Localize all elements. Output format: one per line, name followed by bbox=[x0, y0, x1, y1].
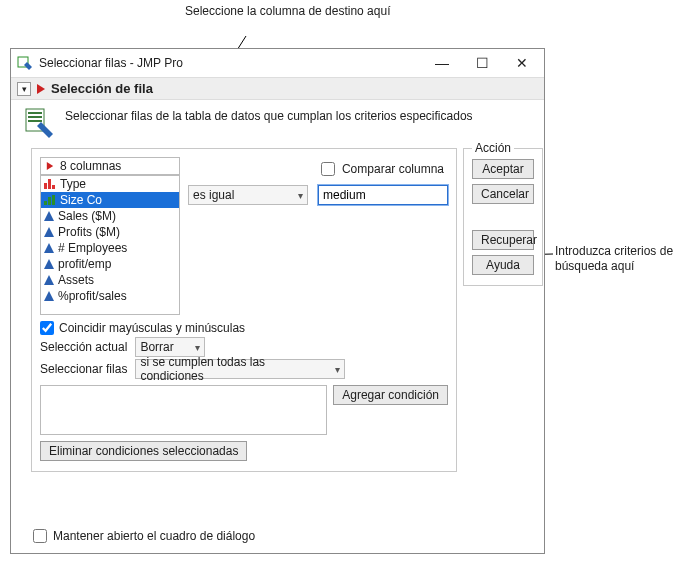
description-text: Seleccionar filas de la tabla de datos q… bbox=[65, 108, 473, 138]
list-item[interactable]: Assets bbox=[41, 272, 179, 288]
app-icon bbox=[17, 55, 33, 71]
criteria-value-input[interactable] bbox=[318, 185, 448, 205]
continuous-icon bbox=[44, 259, 54, 269]
accept-button[interactable]: Aceptar bbox=[472, 159, 534, 179]
list-item[interactable]: # Employees bbox=[41, 240, 179, 256]
operator-select[interactable]: es igual bbox=[188, 185, 308, 205]
select-rows-label: Seleccionar filas bbox=[40, 362, 127, 376]
dialog-window: Seleccionar filas - JMP Pro — ☐ ✕ ▾ Sele… bbox=[10, 48, 545, 554]
keep-open-label: Mantener abierto el cuadro de diálogo bbox=[53, 529, 255, 543]
remove-conditions-button[interactable]: Eliminar condiciones seleccionadas bbox=[40, 441, 247, 461]
continuous-icon bbox=[44, 291, 54, 301]
operator-value: es igual bbox=[193, 188, 234, 202]
list-item[interactable]: %profit/sales bbox=[41, 288, 179, 304]
window-title: Seleccionar filas - JMP Pro bbox=[39, 56, 422, 70]
keep-open-checkbox[interactable] bbox=[33, 529, 47, 543]
list-item-label: Profits ($M) bbox=[58, 225, 120, 239]
section-title: Selección de fila bbox=[51, 81, 153, 96]
compare-column-label: Comparar columna bbox=[342, 162, 444, 176]
list-item-label: Sales ($M) bbox=[58, 209, 116, 223]
current-selection-select[interactable]: Borrar bbox=[135, 337, 205, 357]
select-rows-condition-select[interactable]: si se cumplen todas las condiciones bbox=[135, 359, 345, 379]
svg-rect-4 bbox=[28, 112, 42, 114]
continuous-icon bbox=[44, 211, 54, 221]
list-item[interactable]: Type bbox=[41, 176, 179, 192]
maximize-button[interactable]: ☐ bbox=[462, 50, 502, 76]
cancel-button[interactable]: Cancelar bbox=[472, 184, 534, 204]
description-row: Seleccionar filas de la tabla de datos q… bbox=[11, 100, 544, 142]
list-item-label: %profit/sales bbox=[58, 289, 127, 303]
ordinal-icon bbox=[44, 195, 56, 205]
recover-button[interactable]: Recuperar bbox=[472, 230, 534, 250]
red-triangle-icon bbox=[47, 162, 53, 170]
column-list[interactable]: Type Size Co Sales ($M) bbox=[40, 175, 180, 315]
list-item[interactable]: Size Co bbox=[41, 192, 179, 208]
select-rows-icon bbox=[25, 108, 55, 138]
conditions-list[interactable] bbox=[40, 385, 327, 435]
continuous-icon bbox=[44, 227, 54, 237]
continuous-icon bbox=[44, 275, 54, 285]
red-triangle-icon[interactable] bbox=[37, 84, 45, 94]
list-item-label: # Employees bbox=[58, 241, 127, 255]
add-condition-button[interactable]: Agregar condición bbox=[333, 385, 448, 405]
section-header: ▾ Selección de fila bbox=[11, 77, 544, 100]
nominal-icon bbox=[44, 179, 56, 189]
list-item[interactable]: profit/emp bbox=[41, 256, 179, 272]
list-item-label: Assets bbox=[58, 273, 94, 287]
match-case-label: Coincidir mayúsculas y minúsculas bbox=[59, 321, 245, 335]
list-item-label: profit/emp bbox=[58, 257, 111, 271]
svg-rect-5 bbox=[28, 116, 42, 118]
match-case-checkbox[interactable] bbox=[40, 321, 54, 335]
minimize-button[interactable]: — bbox=[422, 50, 462, 76]
criteria-fieldset: 8 columnas Type Size Co bbox=[31, 148, 457, 472]
column-count-dropdown[interactable]: 8 columnas bbox=[40, 157, 180, 175]
select-rows-condition-value: si se cumplen todas las condiciones bbox=[140, 355, 329, 383]
action-legend: Acción bbox=[472, 141, 514, 155]
callout-enter-criteria: Introduzca criterios de búsqueda aquí bbox=[555, 244, 675, 274]
svg-rect-6 bbox=[28, 120, 42, 122]
disclosure-toggle[interactable]: ▾ bbox=[17, 82, 31, 96]
callout-select-column: Seleccione la columna de destino aquí bbox=[185, 4, 390, 19]
action-fieldset: Acción Aceptar Cancelar Recuperar Ayuda bbox=[463, 148, 543, 286]
help-button[interactable]: Ayuda bbox=[472, 255, 534, 275]
list-item-label: Type bbox=[60, 177, 86, 191]
column-count-label: 8 columnas bbox=[60, 159, 121, 173]
current-selection-value: Borrar bbox=[140, 340, 173, 354]
titlebar: Seleccionar filas - JMP Pro — ☐ ✕ bbox=[11, 49, 544, 77]
list-item[interactable]: Profits ($M) bbox=[41, 224, 179, 240]
compare-column-checkbox[interactable] bbox=[321, 162, 335, 176]
close-button[interactable]: ✕ bbox=[502, 50, 542, 76]
current-selection-label: Selección actual bbox=[40, 340, 127, 354]
list-item-label: Size Co bbox=[60, 193, 102, 207]
list-item[interactable]: Sales ($M) bbox=[41, 208, 179, 224]
continuous-icon bbox=[44, 243, 54, 253]
